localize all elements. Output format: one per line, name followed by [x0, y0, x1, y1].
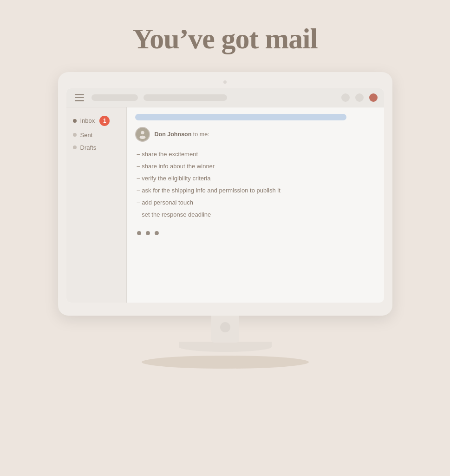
email-dot-2[interactable]: [146, 231, 150, 235]
stand-base: [179, 342, 272, 352]
email-line-1: – share the excitement: [137, 148, 376, 160]
stand-neck-dot: [220, 322, 230, 332]
sidebar-sent-label: Sent: [80, 132, 93, 139]
toolbar-circle-2[interactable]: [355, 93, 364, 102]
toolbar-circle-3[interactable]: [369, 93, 378, 102]
sidebar-item-sent[interactable]: Sent: [73, 132, 120, 139]
sent-dot-icon: [73, 133, 77, 137]
email-body: – share the excitement – share info abou…: [135, 148, 376, 221]
email-line-5: – add personal touch: [137, 197, 376, 209]
monitor: Inbox 1 Sent Drafts: [58, 72, 392, 369]
monitor-camera-dot: [223, 80, 227, 84]
drafts-dot-icon: [73, 145, 77, 149]
toolbar-search-bar-short: [91, 94, 138, 101]
email-to-text: to me:: [193, 131, 209, 138]
monitor-shadow: [142, 356, 309, 369]
monitor-shell: Inbox 1 Sent Drafts: [58, 72, 392, 316]
inbox-badge: 1: [99, 116, 110, 126]
email-dot-3[interactable]: [155, 231, 159, 235]
monitor-stand: [179, 316, 272, 352]
stand-neck: [211, 316, 239, 343]
hamburger-menu-icon[interactable]: [73, 93, 86, 102]
sidebar-drafts-label: Drafts: [80, 144, 97, 151]
toolbar-circle-1[interactable]: [341, 93, 350, 102]
email-panel: Don Johnson to me: – share the excitemen…: [127, 107, 384, 303]
email-header: Don Johnson to me:: [135, 127, 376, 142]
email-dot-1[interactable]: [137, 231, 141, 235]
sidebar-inbox-label: Inbox: [80, 117, 95, 124]
svg-point-0: [141, 131, 144, 134]
toolbar: [66, 88, 384, 107]
inbox-dot-icon: [73, 119, 77, 123]
monitor-screen: Inbox 1 Sent Drafts: [66, 88, 384, 303]
email-from: Don Johnson to me:: [155, 131, 209, 138]
page-title: You’ve got mail: [132, 22, 317, 55]
avatar: [135, 127, 150, 142]
avatar-person-icon: [137, 129, 148, 139]
email-line-3: – verify the eligibility criteria: [137, 172, 376, 185]
content-area: Inbox 1 Sent Drafts: [66, 107, 384, 303]
email-line-4: – ask for the shipping info and permissi…: [137, 185, 376, 197]
sidebar: Inbox 1 Sent Drafts: [66, 107, 127, 303]
sidebar-item-drafts[interactable]: Drafts: [73, 144, 120, 151]
email-action-dots: [135, 231, 376, 235]
email-line-6: – set the response deadline: [137, 209, 376, 221]
email-subject-bar: [135, 114, 347, 120]
svg-point-1: [139, 135, 145, 139]
email-line-2: – share info about the winner: [137, 160, 376, 172]
toolbar-search-bar-medium: [143, 94, 227, 101]
email-sender-name: Don Johnson: [155, 131, 192, 138]
sidebar-item-inbox[interactable]: Inbox 1: [73, 116, 120, 126]
